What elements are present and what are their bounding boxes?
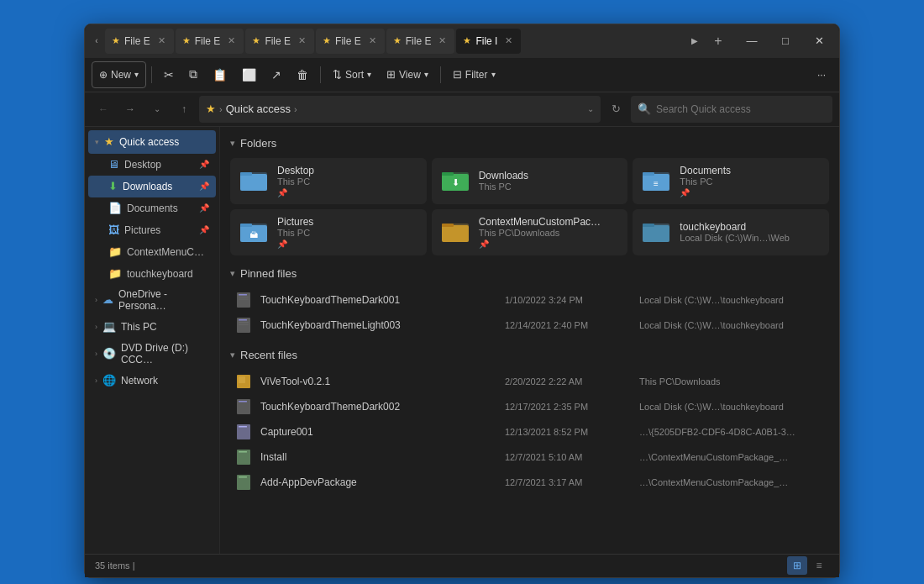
new-plus-icon: ⊕ xyxy=(99,69,108,81)
copy-button[interactable]: ⧉ xyxy=(182,61,204,88)
list-view-button[interactable]: ≡ xyxy=(809,556,829,575)
new-button[interactable]: ⊕ New ▾ xyxy=(92,61,146,88)
share-icon: ↗ xyxy=(271,68,281,82)
tab-close-6[interactable]: ✕ xyxy=(503,34,514,47)
share-button[interactable]: ↗ xyxy=(265,61,288,88)
file-icon xyxy=(235,398,252,415)
folder-pin-icon: 📌 xyxy=(277,239,418,249)
sort-button[interactable]: ⇅ Sort ▾ xyxy=(326,61,378,88)
folder-documents[interactable]: ≡ Documents This PC 📌 xyxy=(633,158,829,204)
folder-touchkeyboard[interactable]: touchkeyboard Local Disk (C:\)Win…\Web xyxy=(633,209,829,255)
recent-locations-button[interactable]: ⌄ xyxy=(145,97,169,121)
sidebar-item-downloads[interactable]: ⬇ Downloads 📌 xyxy=(88,176,216,197)
grid-view-button[interactable]: ⊞ xyxy=(787,556,807,575)
sidebar-network[interactable]: › 🌐 Network xyxy=(88,369,216,392)
tab-close-5[interactable]: ✕ xyxy=(437,34,448,47)
breadcrumb-expand-icon[interactable]: ⌄ xyxy=(587,104,594,113)
tab-scroll-left[interactable]: ‹ xyxy=(88,29,105,53)
recent-file-1[interactable]: TouchKeyboardThemeDark002 12/17/2021 2:3… xyxy=(230,395,829,418)
folder-info-touchkeyboard: touchkeyboard Local Disk (C:\)Win…\Web xyxy=(680,221,821,243)
tab-close-3[interactable]: ✕ xyxy=(297,34,307,47)
view-button[interactable]: ⊞ View ▾ xyxy=(380,61,435,88)
folder-icon-documents: ≡ xyxy=(641,166,671,196)
folder-pictures[interactable]: 🏔 Pictures This PC 📌 xyxy=(230,209,427,255)
breadcrumb[interactable]: ★ › Quick access › ⌄ xyxy=(199,96,601,123)
up-button[interactable]: ↑ xyxy=(172,97,196,121)
search-icon: 🔍 xyxy=(638,103,651,115)
tab-star-icon: ★ xyxy=(182,35,191,46)
sidebar-dvd[interactable]: › 💿 DVD Drive (D:) CCC… xyxy=(88,342,216,366)
folder-info-downloads: Downloads This PC xyxy=(479,170,620,192)
search-box[interactable]: 🔍 xyxy=(631,96,832,123)
sidebar-item-touchkeyboard[interactable]: 📁 touchkeyboard xyxy=(88,263,216,285)
sidebar-thispc[interactable]: › 💻 This PC xyxy=(88,315,216,339)
refresh-button[interactable]: ↻ xyxy=(604,97,627,121)
documents-icon: 📄 xyxy=(108,202,122,214)
folders-chevron-icon[interactable]: ▾ xyxy=(230,138,235,149)
close-button[interactable]: ✕ xyxy=(802,28,836,55)
svg-rect-34 xyxy=(239,426,247,428)
folder-desktop[interactable]: Desktop This PC 📌 xyxy=(230,158,427,204)
cut-button[interactable]: ✂ xyxy=(157,61,181,88)
recent-file-3[interactable]: Install 12/7/2021 5:10 AM …\ContextMenuC… xyxy=(230,445,829,469)
thispc-icon: 💻 xyxy=(102,320,116,333)
minimize-button[interactable]: — xyxy=(735,28,769,55)
tab-close-1[interactable]: ✕ xyxy=(156,34,167,47)
recent-label: Recent files xyxy=(240,349,297,361)
tab-6-active[interactable]: ★ File I ✕ xyxy=(456,29,521,54)
toolbar-separator-3 xyxy=(440,66,441,83)
more-options-button[interactable]: ··· xyxy=(811,61,832,88)
folder-downloads[interactable]: ⬇ Downloads This PC xyxy=(432,158,628,204)
sidebar-item-contextmenu[interactable]: 📁 ContextMenuCust… xyxy=(88,241,216,263)
folder-icon-contextmenu xyxy=(440,217,470,247)
sidebar-item-documents[interactable]: 📄 Documents 📌 xyxy=(88,197,216,219)
tab-close-2[interactable]: ✕ xyxy=(226,34,237,47)
rename-button[interactable]: ⬜ xyxy=(235,61,263,88)
recent-chevron-icon[interactable]: ▾ xyxy=(230,350,235,360)
paste-button[interactable]: 📋 xyxy=(206,61,234,88)
svg-rect-32 xyxy=(239,401,247,402)
tab-3[interactable]: ★ File E ✕ xyxy=(245,29,314,54)
pinned-chevron-icon[interactable]: ▾ xyxy=(230,268,235,279)
tab-5[interactable]: ★ File E ✕ xyxy=(386,29,455,54)
recent-file-0[interactable]: ViVeTool-v0.2.1 2/20/2022 2:22 AM This P… xyxy=(230,370,829,393)
expand-icon: › xyxy=(95,350,97,358)
maximize-button[interactable]: □ xyxy=(769,28,802,55)
recent-file-4[interactable]: Add-AppDevPackage 12/7/2021 3:17 AM …\Co… xyxy=(230,471,829,494)
expand-icon: › xyxy=(95,376,97,385)
recent-file-2[interactable]: Capture001 12/13/2021 8:52 PM …\{5205DFB… xyxy=(230,420,829,444)
svg-rect-28 xyxy=(239,324,249,324)
tab-close-4[interactable]: ✕ xyxy=(367,34,378,47)
tab-4[interactable]: ★ File E ✕ xyxy=(316,29,385,54)
sidebar-quick-access[interactable]: ▾ ★ Quick access xyxy=(88,130,216,154)
file-icon xyxy=(235,317,252,334)
tab-1[interactable]: ★ File E ✕ xyxy=(105,29,174,54)
folder-icon-touchkeyboard xyxy=(641,217,671,247)
svg-rect-2 xyxy=(240,172,252,176)
network-label: Network xyxy=(121,375,158,387)
sidebar-item-desktop[interactable]: 🖥 Desktop 📌 xyxy=(88,154,216,176)
search-input[interactable] xyxy=(656,103,826,115)
svg-text:≡: ≡ xyxy=(654,179,659,188)
sidebar-item-pictures[interactable]: 🖼 Pictures 📌 xyxy=(88,219,216,241)
folder-pin-icon: 📌 xyxy=(277,188,418,197)
back-button[interactable]: ← xyxy=(92,97,115,121)
pinned-section-header: ▾ Pinned files xyxy=(230,267,829,280)
tab-2[interactable]: ★ File E ✕ xyxy=(176,29,244,54)
onedrive-section: › ☁ OneDrive - Persona… xyxy=(85,288,219,312)
forward-button[interactable]: → xyxy=(118,97,142,121)
toolbar-separator-1 xyxy=(151,66,152,83)
sidebar-onedrive[interactable]: › ☁ OneDrive - Persona… xyxy=(88,288,216,312)
tab-play-button[interactable]: ▶ xyxy=(685,31,705,51)
delete-button[interactable]: 🗑 xyxy=(290,61,315,88)
title-bar: ‹ ★ File E ✕ ★ File E ✕ ★ File E ✕ ★ Fil… xyxy=(85,24,839,58)
new-tab-button[interactable]: + xyxy=(708,31,728,51)
file-icon xyxy=(235,449,252,466)
sort-chevron: ▾ xyxy=(367,70,371,79)
filter-icon: ⊟ xyxy=(453,68,462,81)
pinned-file-1[interactable]: TouchKeyboardThemeLight003 12/14/2021 2:… xyxy=(230,313,829,337)
pinned-file-0[interactable]: TouchKeyboardThemeDark001 1/10/2022 3:24… xyxy=(230,288,829,312)
filter-button[interactable]: ⊟ Filter ▾ xyxy=(446,61,502,88)
folder-contextmenu[interactable]: ContextMenuCustomPac… This PC\Downloads … xyxy=(432,209,628,255)
quick-access-section: ▾ ★ Quick access 🖥 Desktop 📌 ⬇ Downloads… xyxy=(85,130,219,285)
